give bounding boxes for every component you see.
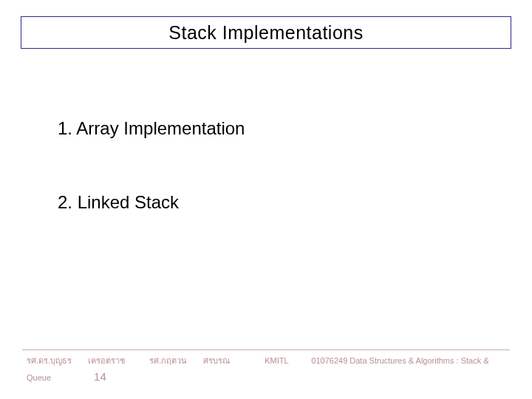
footer-row: Queue 14 [0, 368, 532, 386]
footer-author: รศ.ดร.บุญธร [27, 355, 86, 368]
page-number: 14 [88, 368, 106, 386]
footer-name: เครอตราช [88, 355, 147, 368]
content-area: 1. Array Implementation 2. Linked Stack [58, 118, 502, 266]
slide-title: Stack Implementations [168, 22, 363, 44]
item-text: Linked Stack [78, 192, 179, 212]
item-number: 1. [58, 118, 72, 138]
footer-course: 01076249 Data Structures & Algorithms : … [311, 355, 488, 368]
footer: รศ.ดร.บุญธร เครอตราช รศ.กฤตวน ศรบรณ KMIT… [0, 349, 532, 386]
item-number: 2. [58, 192, 72, 212]
item-text: Array Implementation [76, 118, 245, 138]
footer-name: รศ.กฤตวน [149, 355, 201, 368]
title-box: Stack Implementations [21, 16, 511, 49]
footer-name: ศรบรณ [203, 355, 262, 368]
list-item: 1. Array Implementation [58, 118, 502, 139]
footer-row: รศ.ดร.บุญธร เครอตราช รศ.กฤตวน ศรบรณ KMIT… [0, 355, 532, 368]
footer-institution: KMITL [265, 355, 309, 368]
footer-queue: Queue [27, 372, 86, 385]
footer-divider [22, 349, 510, 350]
list-item: 2. Linked Stack [58, 192, 502, 213]
